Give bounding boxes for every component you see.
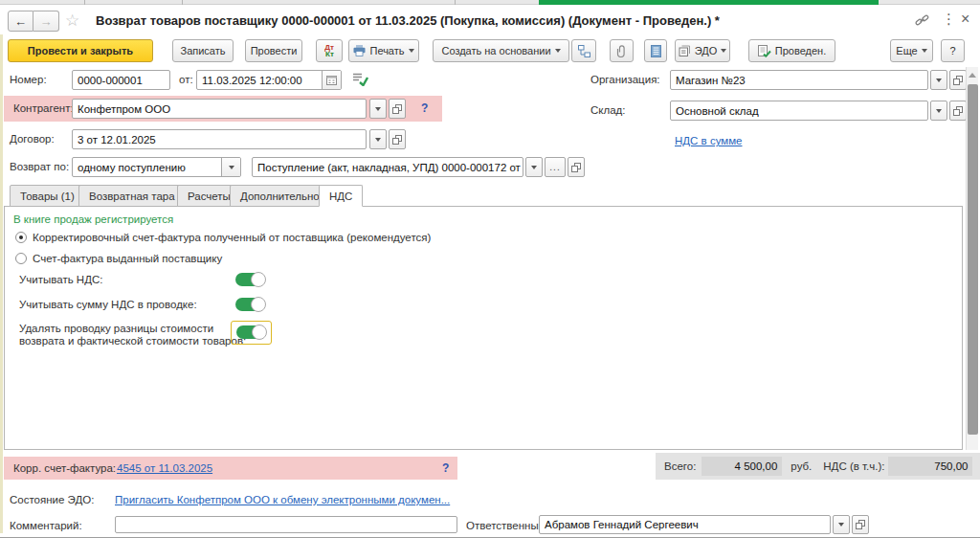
contract-open-button[interactable]	[389, 129, 406, 149]
post-and-close-button[interactable]: Провести и закрыть	[8, 39, 153, 62]
help-button[interactable]: ?	[941, 39, 965, 62]
tab-returnable-packaging[interactable]: Возвратная тара	[78, 185, 186, 207]
warehouse-input[interactable]: Основной склад	[670, 101, 928, 121]
open-icon	[571, 163, 581, 172]
dropdown-icon	[409, 49, 414, 53]
document-window: ← → ☆ Возврат товаров поставщику 0000-00…	[0, 0, 980, 538]
receipt-dropdown-button[interactable]	[525, 157, 543, 177]
paperclip-icon	[616, 45, 628, 57]
return-by-select[interactable]: одному поступлению	[72, 157, 241, 177]
responsible-dropdown-button[interactable]	[833, 515, 850, 534]
dropdown-icon[interactable]	[221, 158, 240, 176]
corr-invoice-link[interactable]: 4545 от 11.03.2025	[117, 462, 212, 474]
toggle-knob	[251, 272, 266, 287]
contract-input[interactable]: 3 от 12.01.2025	[72, 129, 367, 149]
close-icon[interactable]: ×	[961, 11, 969, 28]
open-icon	[856, 520, 865, 529]
counterparty-input[interactable]: Конфетпром ООО	[72, 99, 367, 119]
dropdown-icon	[721, 49, 726, 53]
open-icon	[953, 76, 963, 85]
posted-doc-icon	[758, 45, 771, 57]
toggle-delete-posting[interactable]	[236, 325, 265, 339]
number-label: Номер:	[10, 74, 47, 85]
corr-invoice-help-icon[interactable]: ?	[442, 461, 449, 475]
receipt-open-button[interactable]	[568, 157, 585, 177]
counterparty-dropdown-button[interactable]	[369, 99, 387, 119]
responsible-input[interactable]: Абрамов Геннадий Сергеевич	[539, 515, 831, 534]
number-input[interactable]: 0000-000001	[72, 70, 170, 90]
receipt-document-input[interactable]: Поступление (акт, накладная, УПД) 0000-0…	[252, 157, 523, 177]
top-edge-strip	[0, 0, 980, 5]
toggle-vat[interactable]	[235, 273, 264, 286]
tab-additional[interactable]: Дополнительно	[230, 185, 330, 207]
open-icon	[392, 135, 402, 145]
radio-corrective-invoice[interactable]	[15, 232, 27, 243]
save-button[interactable]: Записать	[172, 39, 234, 62]
organization-dropdown-button[interactable]	[930, 70, 947, 90]
responsible-open-button[interactable]	[852, 515, 869, 534]
set-current-date-icon[interactable]	[352, 72, 368, 86]
date-prefix-label: от:	[179, 74, 193, 85]
tab-goods[interactable]: Товары (1)	[10, 185, 85, 207]
counterparty-open-button[interactable]	[389, 99, 406, 119]
posted-status-button[interactable]: Проведен.	[748, 39, 835, 62]
total-value: 4 500,00	[702, 457, 782, 476]
favorite-star-icon[interactable]: ☆	[65, 11, 79, 31]
get-link-icon[interactable]	[915, 14, 929, 27]
dropdown-icon	[375, 138, 381, 142]
responsible-label: Ответственный:	[466, 520, 547, 531]
edo-invite-link[interactable]: Пригласить Конфетпром ООО к обмену элект…	[115, 494, 450, 505]
calendar-icon[interactable]	[322, 71, 341, 89]
organization-label: Организация:	[590, 74, 660, 85]
warehouse-dropdown-button[interactable]	[930, 101, 947, 121]
dt-kt-entries-button[interactable]: ДтКт	[316, 39, 343, 62]
more-menu-icon[interactable]: ⋮	[942, 11, 956, 28]
toggle-vat-label: Учитывать НДС:	[19, 274, 102, 285]
warehouse-open-button[interactable]	[949, 101, 967, 121]
counterparty-help-icon[interactable]: ?	[421, 101, 428, 115]
back-button[interactable]: ←	[8, 11, 33, 32]
edo-icon	[679, 45, 691, 56]
open-icon	[953, 106, 963, 116]
dropdown-icon	[838, 523, 844, 527]
history-nav: ← →	[8, 11, 59, 32]
post-button[interactable]: Провести	[245, 39, 302, 62]
toggle-vat-in-posting[interactable]	[235, 298, 264, 311]
create-based-on-button[interactable]: Создать на основании	[433, 39, 569, 62]
attachments-button[interactable]	[610, 39, 634, 62]
active-tab-accent	[539, 0, 879, 5]
radio-corrective-invoice-label: Корректировочный счет-фактура полученный…	[33, 232, 431, 243]
edo-button[interactable]: ЭДО	[675, 39, 730, 62]
receipt-choose-button[interactable]: ...	[545, 157, 566, 177]
radio-issued-invoice-label: Счет-фактура выданный поставщику	[33, 253, 222, 264]
vat-total-value: 750,00	[888, 457, 972, 476]
radio-issued-invoice[interactable]	[15, 253, 27, 264]
contract-label: Договор:	[10, 133, 55, 145]
tab-vat[interactable]: НДС	[319, 185, 363, 207]
register-records-button[interactable]	[644, 39, 667, 62]
vat-mode-link[interactable]: НДС в сумме	[675, 135, 742, 146]
toggle-vat-in-posting-label: Учитывать сумму НДС в проводке:	[19, 299, 197, 310]
comment-label: Комментарий:	[10, 520, 82, 531]
scroll-up-icon[interactable]	[969, 73, 976, 78]
scrollbar-thumb[interactable]	[968, 84, 978, 435]
corr-invoice-label: Корр. счет-фактура:	[13, 462, 116, 474]
organization-input[interactable]: Магазин №23	[670, 70, 928, 90]
organization-open-button[interactable]	[949, 70, 967, 90]
structure-icon	[578, 45, 590, 57]
dropdown-icon	[555, 49, 561, 53]
related-documents-button[interactable]	[571, 39, 596, 62]
forward-icon: →	[40, 14, 53, 29]
counterparty-label: Контрагент:	[13, 102, 74, 114]
vertical-scrollbar[interactable]	[966, 67, 978, 450]
dropdown-icon	[375, 107, 381, 111]
list-icon	[651, 45, 661, 57]
edo-state-label: Состояние ЭДО:	[10, 494, 94, 505]
forward-button[interactable]: →	[33, 11, 59, 32]
print-button[interactable]: Печать	[348, 39, 419, 62]
date-input[interactable]: 11.03.2025 12:00:00	[196, 70, 342, 90]
comment-input[interactable]	[115, 516, 457, 533]
contract-dropdown-button[interactable]	[369, 129, 387, 149]
total-label: Всего:	[664, 460, 696, 472]
more-button[interactable]: Еще	[890, 39, 933, 62]
